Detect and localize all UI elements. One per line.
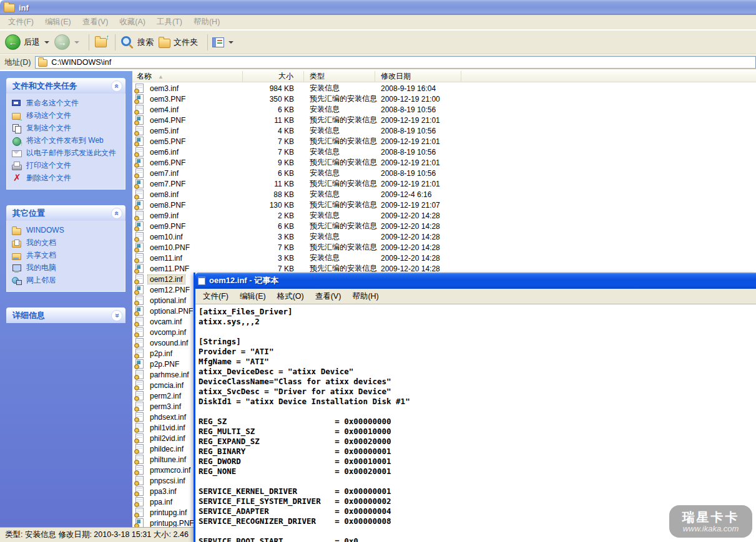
task-item[interactable]: 删除这个文件	[12, 173, 122, 183]
inf-file-icon	[135, 296, 144, 305]
file-row[interactable]: oem10.inf 3 KB 安装信息 2009-12-20 14:28	[132, 231, 756, 242]
task-item[interactable]: 移动这个文件	[12, 111, 122, 120]
forward-button[interactable]	[54, 34, 79, 50]
panel-other-places: 其它位置 « WINDOWS 我的文	[6, 205, 125, 292]
inf-file-icon	[135, 349, 144, 358]
chevron-up-icon: «	[113, 211, 120, 215]
file-row[interactable]: oem9.inf 2 KB 安装信息 2009-12-20 14:28	[132, 210, 756, 221]
place-item[interactable]: 我的文档	[12, 238, 122, 248]
column-header-date[interactable]: 修改日期	[375, 71, 461, 82]
column-header-type[interactable]: 类型	[304, 71, 375, 82]
inf-file-icon	[135, 455, 144, 464]
menu-item[interactable]: 查看(V)	[77, 17, 114, 27]
pnf-file-icon	[135, 285, 144, 294]
views-button[interactable]	[212, 37, 233, 47]
folders-button[interactable]: 文件夹	[159, 37, 198, 48]
inf-file-icon	[135, 423, 144, 432]
expand-button[interactable]: «	[111, 310, 122, 321]
file-row[interactable]: oem5.inf 4 KB 安装信息 2008-8-19 10:56	[132, 125, 756, 136]
file-row[interactable]: oem8.inf 88 KB 安装信息 2009-12-4 6:16	[132, 189, 756, 200]
place-item[interactable]: 网上邻居	[12, 276, 122, 285]
email-icon	[12, 148, 22, 158]
back-label: 后退	[24, 37, 40, 48]
menu-item[interactable]: 帮助(H)	[188, 17, 225, 27]
up-button[interactable]	[95, 38, 107, 47]
inf-file-icon	[135, 253, 144, 263]
pnf-file-icon	[135, 359, 144, 369]
inf-file-icon	[135, 327, 144, 337]
file-row[interactable]: oem6.PNF 9 KB 预先汇编的安装信息 2009-12-19 21:01	[132, 157, 756, 168]
panel-header-details[interactable]: 详细信息 «	[6, 307, 125, 323]
file-row[interactable]: oem8.PNF 130 KB 预先汇编的安装信息 2009-12-19 21:…	[132, 200, 756, 210]
file-row[interactable]: oem6.inf 7 KB 安装信息 2008-8-19 10:56	[132, 147, 756, 157]
toolbar-separator	[207, 34, 208, 51]
file-row[interactable]: oem10.PNF 7 KB 预先汇编的安装信息 2009-12-20 14:2…	[132, 242, 756, 253]
column-header-name[interactable]: 名称 ▲	[132, 71, 243, 82]
task-item[interactable]: 重命名这个文件	[12, 99, 122, 108]
panel-header-file-tasks[interactable]: 文件和文件夹任务 «	[6, 78, 125, 94]
inf-file-icon	[135, 274, 144, 284]
menu-item[interactable]: 工具(T)	[151, 17, 188, 27]
inf-file-icon	[135, 317, 144, 326]
notepad-text-area[interactable]: [atixx_Files_Driver] atixx.sys,,,2 [Stri…	[195, 304, 756, 542]
collapse-button[interactable]: «	[111, 208, 122, 219]
file-row[interactable]: oem5.PNF 7 KB 预先汇编的安装信息 2009-12-19 21:01	[132, 136, 756, 147]
column-header-size[interactable]: 大小	[243, 71, 304, 82]
place-item[interactable]: 共享文档	[12, 251, 122, 260]
collapse-button[interactable]: «	[111, 80, 122, 92]
file-row[interactable]: oem3.inf 984 KB 安装信息 2008-9-19 16:04	[132, 83, 756, 94]
file-row[interactable]: oem4.inf 6 KB 安装信息 2008-8-19 10:56	[132, 104, 756, 115]
column-headers: 名称 ▲ 大小 类型 修改日期	[132, 71, 756, 82]
file-row[interactable]: oem9.PNF 6 KB 预先汇编的安装信息 2009-12-20 14:28	[132, 221, 756, 231]
place-item[interactable]: 我的电脑	[12, 263, 122, 273]
inf-file-icon	[135, 211, 144, 220]
address-input[interactable]: C:\WINDOWS\inf	[35, 56, 756, 69]
pnf-file-icon	[135, 221, 144, 231]
views-dropdown-caret[interactable]	[228, 41, 233, 44]
search-button[interactable]: 搜索	[120, 36, 154, 49]
pnf-file-icon	[135, 518, 144, 527]
file-row[interactable]: oem11.inf 3 KB 安装信息 2009-12-20 14:28	[132, 253, 756, 263]
task-item[interactable]: 打印这个文件	[12, 161, 122, 170]
place-item[interactable]: WINDOWS	[12, 226, 122, 235]
file-row[interactable]: oem7.inf 6 KB 安装信息 2008-8-19 10:56	[132, 168, 756, 178]
desktop-screen: inf 文件(F) 编辑(E) 查看(V) 收藏(A) 工具(T) 帮助(H) …	[0, 0, 756, 542]
address-value: C:\WINDOWS\inf	[51, 58, 111, 67]
inf-file-icon	[135, 370, 144, 379]
task-item[interactable]: 将这个文件发布到 Web	[12, 136, 122, 145]
explorer-toolbar: 后退 搜索 文件夹	[0, 31, 756, 54]
inf-file-icon	[135, 433, 144, 443]
menu-item[interactable]: 文件(F)	[197, 291, 234, 302]
pnf-file-icon	[135, 137, 144, 146]
back-button[interactable]: 后退	[5, 34, 49, 50]
menu-item[interactable]: 文件(F)	[2, 17, 39, 27]
web-publish-icon	[12, 136, 22, 145]
pnf-file-icon	[135, 306, 144, 316]
file-row[interactable]: oem7.PNF 11 KB 预先汇编的安装信息 2009-12-19 21:0…	[132, 178, 756, 189]
pnf-file-icon	[135, 115, 144, 125]
menu-item[interactable]: 编辑(E)	[39, 17, 77, 27]
network-icon	[12, 276, 22, 285]
menu-item[interactable]: 编辑(E)	[234, 291, 272, 302]
file-row[interactable]: oem4.PNF 11 KB 预先汇编的安装信息 2009-12-19 21:0…	[132, 115, 756, 125]
task-item[interactable]: 复制这个文件	[12, 123, 122, 133]
window-title: inf	[19, 3, 29, 12]
watermark-brand: 瑞星卡卡	[682, 510, 740, 525]
file-row[interactable]: oem3.PNF 350 KB 预先汇编的安装信息 2009-12-19 21:…	[132, 94, 756, 104]
inf-file-icon	[135, 476, 144, 485]
notepad-title: oem12.inf - 记事本	[209, 275, 278, 286]
menu-item[interactable]: 格式(O)	[272, 291, 310, 302]
explorer-titlebar[interactable]: inf	[0, 0, 756, 15]
folder-icon	[12, 226, 22, 235]
back-dropdown-caret[interactable]	[44, 41, 49, 44]
panel-header-other-places[interactable]: 其它位置 «	[6, 205, 125, 221]
inf-file-icon	[135, 168, 144, 178]
task-item[interactable]: 以电子邮件形式发送此文件	[12, 148, 122, 158]
notepad-titlebar[interactable]: oem12.inf - 记事本	[195, 273, 756, 289]
folders-label: 文件夹	[174, 37, 198, 48]
copy-icon	[12, 123, 22, 133]
menu-item[interactable]: 帮助(H)	[346, 291, 384, 302]
forward-icon	[54, 34, 70, 50]
menu-item[interactable]: 查看(V)	[310, 291, 347, 302]
menu-item[interactable]: 收藏(A)	[114, 17, 151, 27]
